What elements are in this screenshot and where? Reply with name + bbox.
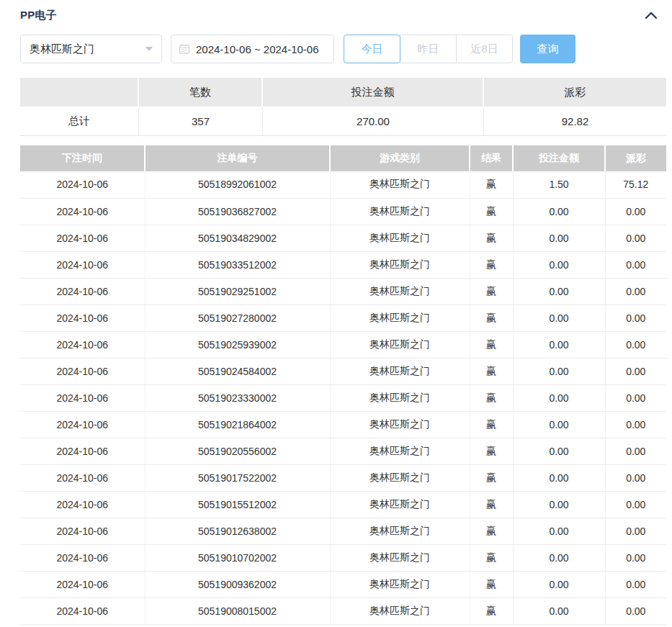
cell-payout: 0.00: [605, 464, 666, 491]
cell-result: 赢: [470, 518, 513, 544]
table-row: 2024-10-0650519033512002奥林匹斯之门赢0.000.00: [20, 251, 666, 278]
cell-result: 赢: [470, 225, 513, 251]
cell-result: 赢: [470, 438, 513, 464]
cell-bet-time: 2024-10-06: [20, 171, 145, 198]
cell-result: 赢: [470, 331, 513, 358]
cell-payout: 0.00: [605, 411, 666, 438]
cell-bet-amount: 0.00: [513, 438, 605, 464]
query-button[interactable]: 查询: [520, 35, 575, 63]
cell-payout: 0.00: [605, 491, 666, 518]
cell-payout: 0.00: [605, 518, 666, 544]
cell-order-no: 50519023330002: [145, 384, 330, 411]
table-row: 2024-10-0650519017522002奥林匹斯之门赢0.000.00: [20, 464, 666, 491]
cell-bet-time: 2024-10-06: [20, 331, 145, 358]
column-header-bet-amount: 投注金额: [513, 145, 605, 171]
table-row: 2024-10-0650519029251002奥林匹斯之门赢0.000.00: [20, 278, 666, 305]
table-row: 2024-10-0650519009362002奥林匹斯之门赢0.000.00: [20, 571, 666, 597]
cell-game-type: 奥林匹斯之门: [330, 464, 470, 491]
cell-order-no: 50519027280002: [145, 305, 330, 331]
cell-result: 赢: [470, 491, 513, 518]
summary-header-empty: [20, 78, 139, 107]
cell-order-no: 50519036827002: [145, 198, 330, 225]
cell-game-type: 奥林匹斯之门: [330, 491, 470, 518]
cell-bet-amount: 0.00: [513, 358, 605, 384]
summary-total-label: 总计: [20, 107, 139, 136]
cell-game-type: 奥林匹斯之门: [330, 544, 470, 571]
yesterday-button[interactable]: 昨日: [400, 35, 457, 63]
cell-result: 赢: [470, 278, 513, 305]
cell-bet-amount: 0.00: [513, 198, 605, 225]
table-row: 2024-10-0650519023330002奥林匹斯之门赢0.000.00: [20, 384, 666, 411]
summary-header-bet-amount: 投注金额: [263, 78, 484, 107]
cell-bet-amount: 0.00: [513, 544, 605, 571]
cell-bet-time: 2024-10-06: [20, 384, 145, 411]
game-select[interactable]: 奥林匹斯之门: [20, 35, 162, 63]
quick-range-group: 今日 昨日 近8日: [344, 35, 513, 63]
records-table-head: 下注时间注单编号游戏类别结果投注金额派彩: [20, 145, 666, 171]
cell-bet-amount: 0.00: [513, 411, 605, 438]
summary-header-row: 笔数 投注金额 派彩: [20, 78, 666, 107]
page-title: PP电子: [20, 9, 57, 22]
cell-result: 赢: [470, 251, 513, 278]
cell-payout: 0.00: [605, 597, 666, 624]
column-header-bet-time: 下注时间: [20, 145, 145, 171]
cell-order-no: 50519025939002: [145, 331, 330, 358]
cell-payout: 0.00: [605, 571, 666, 597]
table-row: 2024-10-0650519020556002奥林匹斯之门赢0.000.00: [20, 438, 666, 464]
summary-count-value: 357: [139, 107, 263, 136]
table-row: 2024-10-0650519025939002奥林匹斯之门赢0.000.00: [20, 331, 666, 358]
cell-result: 赢: [470, 384, 513, 411]
cell-order-no: 50519012638002: [145, 518, 330, 544]
column-header-result: 结果: [470, 145, 513, 171]
cell-payout: 0.00: [605, 331, 666, 358]
cell-bet-time: 2024-10-06: [20, 225, 145, 251]
table-row: 2024-10-0650518992061002奥林匹斯之门赢1.5075.12: [20, 171, 666, 198]
cell-payout: 0.00: [605, 305, 666, 331]
cell-bet-amount: 0.00: [513, 571, 605, 597]
collapse-button[interactable]: [643, 7, 659, 23]
date-range-value: 2024-10-06 ~ 2024-10-06: [196, 43, 319, 55]
cell-game-type: 奥林匹斯之门: [330, 251, 470, 278]
cell-bet-amount: 0.00: [513, 278, 605, 305]
cell-payout: 0.00: [605, 225, 666, 251]
column-header-payout: 派彩: [605, 145, 666, 171]
cell-game-type: 奥林匹斯之门: [330, 571, 470, 597]
cell-payout: 0.00: [605, 544, 666, 571]
panel: PP电子 奥林匹斯之门 2024-10-06 ~: [0, 0, 672, 625]
cell-bet-amount: 0.00: [513, 491, 605, 518]
summary-total-row: 总计 357 270.00 92.82: [20, 107, 666, 136]
cell-payout: 0.00: [605, 384, 666, 411]
cell-order-no: 50519021864002: [145, 411, 330, 438]
cell-order-no: 50519009362002: [145, 571, 330, 597]
table-row: 2024-10-0650519021864002奥林匹斯之门赢0.000.00: [20, 411, 666, 438]
last8days-button[interactable]: 近8日: [456, 35, 513, 63]
cell-bet-amount: 0.00: [513, 331, 605, 358]
summary-header-count: 笔数: [139, 78, 263, 107]
table-row: 2024-10-0650519015512002奥林匹斯之门赢0.000.00: [20, 491, 666, 518]
cell-bet-amount: 0.00: [513, 518, 605, 544]
cell-bet-amount: 0.00: [513, 597, 605, 624]
cell-order-no: 50519034829002: [145, 225, 330, 251]
summary-header-payout: 派彩: [484, 78, 666, 107]
cell-order-no: 50519010702002: [145, 544, 330, 571]
cell-bet-time: 2024-10-06: [20, 571, 145, 597]
cell-payout: 0.00: [605, 198, 666, 225]
cell-game-type: 奥林匹斯之门: [330, 225, 470, 251]
chevron-up-icon: [645, 11, 658, 19]
date-range-input[interactable]: 2024-10-06 ~ 2024-10-06: [171, 35, 334, 63]
cell-bet-time: 2024-10-06: [20, 411, 145, 438]
today-button[interactable]: 今日: [344, 35, 400, 63]
table-row: 2024-10-0650519008015002奥林匹斯之门赢0.000.00: [20, 597, 666, 624]
cell-order-no: 50519008015002: [145, 597, 330, 624]
cell-game-type: 奥林匹斯之门: [330, 198, 470, 225]
filter-bar: 奥林匹斯之门 2024-10-06 ~ 2024-10-06 今日 昨日 近8日: [20, 35, 666, 63]
summary-table: 笔数 投注金额 派彩 总计 357 270.00 92.82: [20, 78, 666, 136]
cell-bet-amount: 1.50: [513, 171, 605, 198]
cell-bet-time: 2024-10-06: [20, 438, 145, 464]
cell-bet-time: 2024-10-06: [20, 278, 145, 305]
column-header-game-type: 游戏类别: [330, 145, 470, 171]
cell-bet-time: 2024-10-06: [20, 597, 145, 624]
cell-bet-time: 2024-10-06: [20, 518, 145, 544]
table-row: 2024-10-0650519012638002奥林匹斯之门赢0.000.00: [20, 518, 666, 544]
cell-result: 赢: [470, 411, 513, 438]
